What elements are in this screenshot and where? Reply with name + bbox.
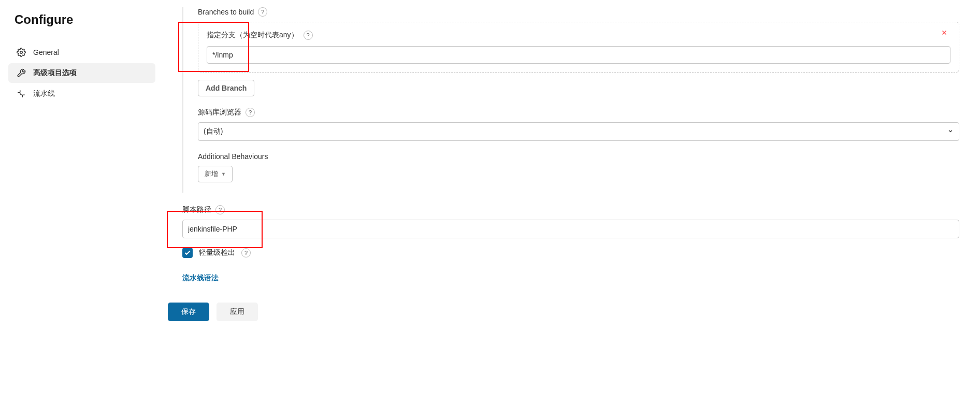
pipeline-icon — [17, 89, 26, 98]
sidebar-item-general[interactable]: General — [8, 42, 155, 62]
script-path-label: 脚本路径 ? — [182, 205, 959, 214]
help-icon[interactable]: ? — [246, 108, 255, 117]
sidebar-item-pipeline[interactable]: 流水线 — [8, 84, 155, 104]
bottom-buttons: 保存 应用 — [168, 303, 959, 321]
chevron-down-icon — [947, 127, 954, 136]
lightweight-checkout-label: 轻量级检出 — [199, 248, 235, 257]
wrench-icon — [17, 68, 26, 78]
caret-down-icon: ▼ — [221, 171, 226, 177]
help-icon[interactable]: ? — [304, 31, 313, 40]
repo-browser-select[interactable]: (自动) — [198, 122, 959, 141]
page-title: Configure — [15, 12, 155, 27]
branch-spec-input[interactable] — [207, 46, 950, 64]
sidebar-item-label: General — [33, 48, 59, 56]
branch-spec-box: 指定分支（为空时代表any） ? — [198, 22, 959, 73]
branches-to-build-label: Branches to build ? — [198, 7, 959, 17]
additional-behaviours-label: Additional Behaviours — [198, 152, 959, 161]
sidebar: Configure General 高级项目选项 流水线 — [8, 12, 155, 105]
sidebar-item-label: 流水线 — [33, 89, 55, 98]
main-content: Branches to build ? 指定分支（为空时代表any） ? Add… — [182, 0, 959, 321]
gear-icon — [17, 48, 26, 57]
sidebar-item-label: 高级项目选项 — [33, 68, 77, 78]
help-icon[interactable]: ? — [258, 7, 267, 17]
script-path-input[interactable] — [182, 220, 959, 238]
repo-browser-label: 源码库浏览器 ? — [198, 108, 959, 117]
svg-point-0 — [20, 51, 23, 54]
help-icon[interactable]: ? — [241, 248, 251, 257]
pipeline-syntax-link[interactable]: 流水线语法 — [182, 274, 219, 283]
lightweight-checkout-checkbox[interactable] — [182, 248, 193, 258]
apply-button[interactable]: 应用 — [217, 303, 258, 321]
add-behaviour-button[interactable]: 新增 ▼ — [198, 166, 233, 182]
help-icon[interactable]: ? — [215, 205, 225, 214]
branch-spec-sublabel: 指定分支（为空时代表any） ? — [207, 31, 950, 40]
lightweight-checkout-row: 轻量级检出 ? — [182, 248, 959, 258]
sidebar-item-advanced[interactable]: 高级项目选项 — [8, 63, 155, 83]
add-branch-button[interactable]: Add Branch — [198, 80, 254, 96]
close-icon[interactable] — [939, 27, 949, 38]
save-button[interactable]: 保存 — [168, 303, 209, 321]
